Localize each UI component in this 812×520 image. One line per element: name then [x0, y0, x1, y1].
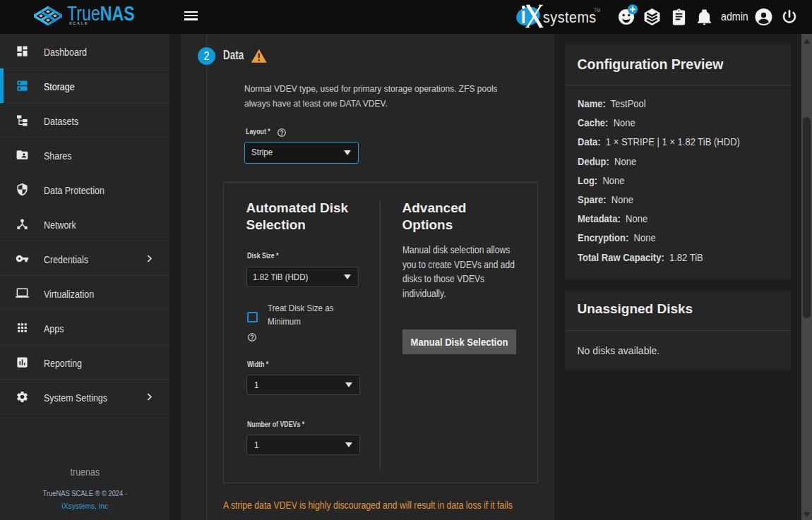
svg-text:systems: systems	[543, 8, 597, 26]
svg-text:TM: TM	[594, 8, 600, 13]
